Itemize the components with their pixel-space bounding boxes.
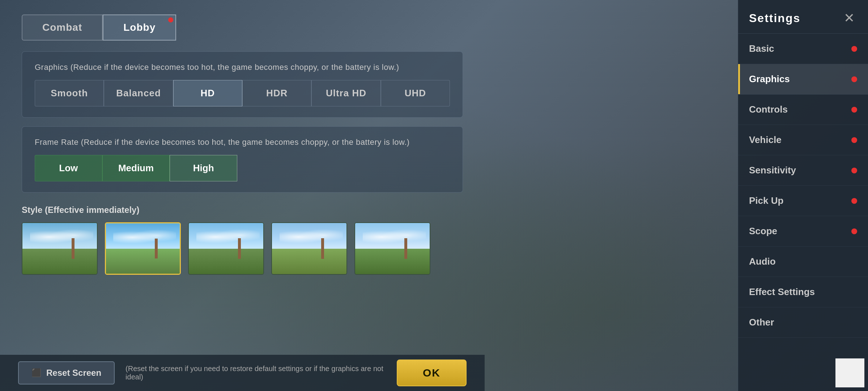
quality-smooth[interactable]: Smooth: [35, 80, 104, 106]
sidebar-item-scope[interactable]: Scope: [738, 216, 868, 247]
reset-screen-label: Reset Screen: [46, 368, 101, 378]
reset-hint-text: (Reset the screen if you need to restore…: [125, 365, 386, 381]
sensitivity-dot: [851, 168, 857, 173]
close-button[interactable]: ✕: [841, 10, 857, 26]
controls-dot: [851, 107, 857, 113]
style-thumb-3[interactable]: [188, 222, 264, 275]
framerate-button-group: Low Medium High: [35, 155, 237, 181]
quality-hdr[interactable]: HDR: [242, 80, 311, 106]
settings-sidebar: Settings ✕ Basic Graphics Controls Vehic…: [738, 0, 868, 391]
framerate-low[interactable]: Low: [35, 155, 102, 181]
scope-dot: [851, 228, 857, 234]
quality-button-group: Smooth Balanced HD HDR Ultra HD UHD: [35, 80, 450, 106]
quality-uhd[interactable]: UHD: [381, 80, 450, 106]
tab-bar: Combat Lobby: [22, 14, 463, 41]
framerate-panel: Frame Rate (Reduce if the device becomes…: [22, 126, 463, 193]
quality-ultra-hd[interactable]: Ultra HD: [311, 80, 380, 106]
style-label: Style (Effective immediately): [22, 205, 463, 215]
tab-lobby[interactable]: Lobby: [103, 14, 176, 41]
style-section: Style (Effective immediately): [22, 201, 463, 275]
white-square-decoration: [835, 358, 864, 387]
style-thumb-5[interactable]: [354, 222, 430, 275]
style-thumb-2[interactable]: [105, 222, 181, 275]
sidebar-title: Settings: [749, 12, 800, 25]
framerate-label: Frame Rate (Reduce if the device becomes…: [35, 138, 450, 147]
graphics-panel: Graphics (Reduce if the device becomes t…: [22, 51, 463, 118]
sidebar-item-effect-settings[interactable]: Effect Settings: [738, 277, 868, 307]
bottom-bar: ⬛ Reset Screen (Reset the screen if you …: [0, 355, 485, 391]
sidebar-item-graphics[interactable]: Graphics: [738, 64, 868, 94]
sidebar-header: Settings ✕: [738, 0, 868, 34]
basic-dot: [851, 46, 857, 52]
tab-combat[interactable]: Combat: [22, 14, 103, 41]
main-content: Combat Lobby Graphics (Reduce if the dev…: [0, 0, 485, 391]
sidebar-nav: Basic Graphics Controls Vehicle Sensitiv…: [738, 34, 868, 355]
ok-button[interactable]: OK: [397, 360, 467, 386]
quality-hd[interactable]: HD: [173, 80, 242, 106]
lobby-dot: [168, 17, 173, 22]
reset-icon: ⬛: [31, 368, 41, 378]
framerate-high[interactable]: High: [170, 155, 237, 181]
sidebar-item-controls[interactable]: Controls: [738, 94, 868, 125]
graphics-label: Graphics (Reduce if the device becomes t…: [35, 63, 450, 72]
framerate-medium[interactable]: Medium: [102, 155, 170, 181]
sidebar-item-sensitivity[interactable]: Sensitivity: [738, 155, 868, 186]
style-thumbnails: [22, 222, 463, 275]
quality-balanced[interactable]: Balanced: [104, 80, 173, 106]
reset-screen-button[interactable]: ⬛ Reset Screen: [18, 361, 115, 384]
sidebar-item-basic[interactable]: Basic: [738, 34, 868, 64]
style-thumb-1[interactable]: [22, 222, 98, 275]
sidebar-item-other[interactable]: Other: [738, 307, 868, 338]
sidebar-item-vehicle[interactable]: Vehicle: [738, 125, 868, 155]
sidebar-item-audio[interactable]: Audio: [738, 247, 868, 277]
style-thumb-4[interactable]: [271, 222, 347, 275]
pickup-dot: [851, 198, 857, 204]
vehicle-dot: [851, 137, 857, 143]
sidebar-item-pick-up[interactable]: Pick Up: [738, 186, 868, 216]
graphics-dot: [851, 76, 857, 82]
